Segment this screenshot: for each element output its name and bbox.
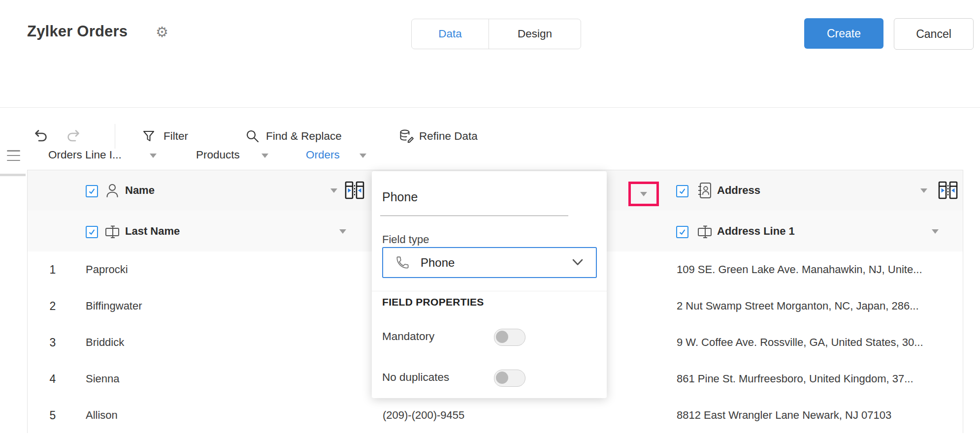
last-name-cell[interactable]: Allison xyxy=(86,397,371,434)
field-type-select[interactable]: Phone xyxy=(382,247,597,278)
split-column-icon[interactable] xyxy=(938,181,958,200)
row-number[interactable]: 5 xyxy=(37,397,68,434)
chevron-down-icon[interactable] xyxy=(359,154,366,158)
field-name-input[interactable]: Phone xyxy=(382,190,418,204)
chevron-down-icon xyxy=(572,259,583,266)
sheet-tab-orders[interactable]: Orders xyxy=(306,149,340,161)
find-replace-button[interactable]: Find & Replace xyxy=(266,130,342,143)
row-number[interactable]: 2 xyxy=(37,288,68,324)
no-duplicates-label: No duplicates xyxy=(382,371,449,384)
view-toggle: Data Design xyxy=(411,19,581,49)
address-cell[interactable]: 8812 East Wrangler Lane Newark, NJ 07103 xyxy=(677,397,960,434)
toggle-knob xyxy=(496,372,508,384)
phone-column-dropdown-highlight[interactable] xyxy=(628,182,659,206)
field-properties-heading: FIELD PROPERTIES xyxy=(382,296,484,308)
person-icon xyxy=(105,183,120,198)
chevron-down-icon[interactable] xyxy=(150,154,157,158)
row-number[interactable]: 4 xyxy=(37,361,68,397)
address-cell[interactable]: 2 Nut Swamp Street Morganton, NC, Japan,… xyxy=(677,288,960,324)
toolbar-divider xyxy=(115,124,115,149)
chevron-down-icon[interactable] xyxy=(261,154,268,158)
name-column-checkbox[interactable] xyxy=(86,185,98,197)
phone-icon xyxy=(394,255,410,271)
redo-icon[interactable] xyxy=(65,128,82,145)
last-name-cell[interactable]: Paprocki xyxy=(86,251,371,288)
last-name-cell[interactable]: Sienna xyxy=(86,361,371,397)
field-properties-popup: Phone Field type Phone FIELD PROPERTIES … xyxy=(372,171,607,398)
subheader-address-line-1[interactable]: Address Line 1 xyxy=(717,225,795,238)
mandatory-label: Mandatory xyxy=(382,330,434,343)
last-name-cell[interactable]: Biffingwater xyxy=(86,288,371,324)
text-field-icon xyxy=(105,224,121,239)
checkmark-icon xyxy=(88,228,96,236)
field-type-label: Field type xyxy=(382,233,429,246)
scroll-indicator xyxy=(0,174,26,176)
phone-column-dropdown-icon[interactable] xyxy=(640,192,647,196)
sheet-tab-orders-line-items[interactable]: Orders Line I... xyxy=(48,149,122,161)
filter-icon[interactable] xyxy=(142,129,156,143)
tab-design[interactable]: Design xyxy=(489,19,581,49)
address-column-checkbox[interactable] xyxy=(676,185,688,197)
field-name-underline xyxy=(380,216,568,216)
search-icon[interactable] xyxy=(245,129,260,144)
refine-data-button[interactable]: Refine Data xyxy=(419,130,478,143)
address-cell[interactable]: 9 W. Coffee Ave. Rossville, GA, United S… xyxy=(677,324,960,361)
split-column-icon[interactable] xyxy=(345,181,364,200)
filter-button[interactable]: Filter xyxy=(163,130,188,143)
address-cell[interactable]: 861 Pine St. Murfreesboro, United Kingdo… xyxy=(677,361,960,397)
tab-data[interactable]: Data xyxy=(412,19,489,49)
mandatory-toggle[interactable] xyxy=(494,329,525,346)
last-name-cell[interactable]: Briddick xyxy=(86,324,371,361)
no-duplicates-toggle[interactable] xyxy=(494,370,525,387)
sheet-tab-bar: Orders Line I... Products Orders xyxy=(0,69,980,108)
row-number[interactable]: 3 xyxy=(37,324,68,361)
cancel-button[interactable]: Cancel xyxy=(894,18,974,50)
last-name-dropdown-icon[interactable] xyxy=(339,229,346,234)
field-type-value: Phone xyxy=(421,256,455,270)
address-line-checkbox[interactable] xyxy=(676,226,688,238)
create-button[interactable]: Create xyxy=(804,18,883,49)
sheet-tab-products[interactable]: Products xyxy=(196,149,240,161)
undo-icon[interactable] xyxy=(32,128,49,145)
name-column-dropdown-icon[interactable] xyxy=(330,188,337,193)
refine-data-icon[interactable] xyxy=(399,128,415,144)
column-header-address[interactable]: Address xyxy=(717,184,760,197)
text-field-icon xyxy=(697,224,713,239)
gear-icon[interactable]: ⚙ xyxy=(156,24,168,40)
checkmark-icon xyxy=(679,187,686,195)
subheader-last-name[interactable]: Last Name xyxy=(125,225,180,238)
address-cell[interactable]: 109 SE. Green Lake Ave. Manahawkin, NJ, … xyxy=(677,251,960,288)
phone-cell[interactable]: (209)-(200)-9455 xyxy=(383,397,649,434)
row-number[interactable]: 1 xyxy=(37,251,68,288)
address-column-dropdown-icon[interactable] xyxy=(920,188,927,193)
screen: Zylker Orders ⚙ Data Design Create Cance… xyxy=(0,0,980,435)
popup-divider xyxy=(372,291,607,291)
toggle-knob xyxy=(496,331,508,343)
address-line-dropdown-icon[interactable] xyxy=(932,229,939,234)
last-name-checkbox[interactable] xyxy=(86,226,98,238)
column-header-name[interactable]: Name xyxy=(125,184,155,197)
address-book-icon xyxy=(697,182,712,199)
hamburger-menu-icon[interactable] xyxy=(7,150,20,161)
table-row: 5 Allison (209)-(200)-9455 8812 East Wra… xyxy=(28,397,963,434)
checkmark-icon xyxy=(679,228,686,236)
checkmark-icon xyxy=(88,187,96,195)
page-title: Zylker Orders xyxy=(27,23,128,40)
